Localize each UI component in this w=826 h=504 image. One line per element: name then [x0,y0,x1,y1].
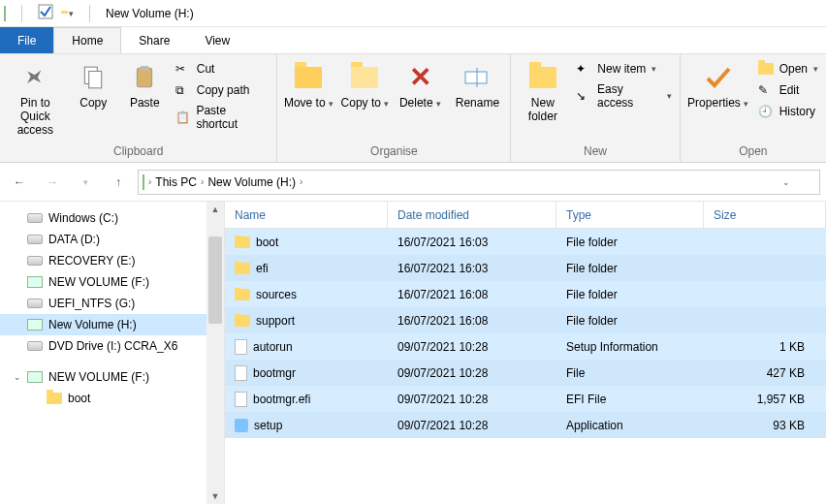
pin-to-quick-access-button[interactable]: Pin to Quick access [6,58,65,137]
paste-icon [129,62,160,93]
rename-button[interactable]: Rename [450,58,504,110]
tree-item-label: NEW VOLUME (F:) [48,370,149,384]
delete-button[interactable]: ✕ Delete ▾ [396,58,444,110]
copy-path-button[interactable]: ⧉ Copy path [174,81,271,99]
tree-item[interactable]: DVD Drive (I:) CCRA_X6 [0,335,206,357]
scrollbar-thumb[interactable] [208,236,222,324]
file-size: 93 KB [704,419,826,432]
file-date: 09/07/2021 10:28 [388,419,556,432]
table-row[interactable]: boot16/07/2021 16:03File folder [225,229,826,255]
new-item-button[interactable]: ✦ New item ▾ [574,60,673,78]
rename-icon [461,62,492,93]
tree-item[interactable]: UEFI_NTFS (G:) [0,293,206,314]
nav-recent[interactable]: ▾ [72,169,99,196]
copy-to-icon [349,62,380,93]
file-type: Setup Information [556,340,704,354]
group-organise: Move to ▾ Copy to ▾ ✕ Delete ▾ Rename Or… [277,54,511,162]
col-type[interactable]: Type [556,202,704,228]
col-name[interactable]: Name [225,202,388,228]
nav-forward[interactable]: → [39,169,66,196]
table-row[interactable]: setup09/07/2021 10:28Application93 KB [225,412,826,438]
file-size: 427 KB [704,366,826,380]
disk-icon [27,341,43,351]
edit-button[interactable]: ✎ Edit [756,81,820,99]
qat-checkbox[interactable] [38,4,53,22]
crumb-current[interactable]: New Volume (H:)› [207,175,302,189]
folder-icon [235,289,250,300]
drive-icon [27,371,43,383]
paste-button[interactable]: Paste [122,58,168,110]
tree-item[interactable]: DATA (D:) [0,229,206,250]
tab-file[interactable]: File [0,27,53,53]
nav-row: ← → ▾ ↑ › This PC› New Volume (H:)› ⌄ [0,163,826,202]
file-icon [235,365,247,381]
table-row[interactable]: sources16/07/2021 16:08File folder [225,281,826,307]
file-date: 16/07/2021 16:08 [388,288,556,301]
disk-icon [27,299,43,308]
folder-icon [235,236,250,248]
tree-item-label: New Volume (H:) [48,318,137,331]
tree-item-label: DVD Drive (I:) CCRA_X6 [48,339,177,353]
tab-share[interactable]: Share [121,27,187,53]
paste-shortcut-button[interactable]: 📋 Paste shortcut [174,103,271,132]
open-icon [758,61,774,77]
tree-item-label: NEW VOLUME (F:) [48,275,149,289]
pin-icon [14,55,57,99]
tree-item[interactable]: RECOVERY (E:) [0,250,206,271]
open-button[interactable]: Open ▾ [756,60,820,78]
nav-tree: Windows (C:)DATA (D:)RECOVERY (E:)NEW VO… [0,202,225,504]
file-date: 16/07/2021 16:03 [388,262,556,275]
history-button[interactable]: 🕘 History [756,103,820,120]
tab-home[interactable]: Home [53,27,121,53]
folder-icon [235,263,250,274]
move-to-button[interactable]: Move to ▾ [283,58,334,110]
paste-label: Paste [130,97,160,110]
address-drive-icon [143,175,144,189]
table-row[interactable]: bootmgr09/07/2021 10:28File427 KB [225,360,826,386]
tree-item-label: UEFI_NTFS (G:) [48,297,135,310]
col-size[interactable]: Size [704,202,826,228]
title-bar: ▾ New Volume (H:) [0,0,826,27]
table-row[interactable]: efi16/07/2021 16:03File folder [225,255,826,281]
tree-item[interactable]: Windows (C:) [0,207,206,229]
svg-rect-5 [465,72,487,83]
main: Windows (C:)DATA (D:)RECOVERY (E:)NEW VO… [0,202,826,504]
properties-button[interactable]: Properties ▾ [686,58,750,110]
easy-access-button[interactable]: ↘ Easy access ▾ [574,81,673,110]
easy-access-icon: ↘ [576,88,591,104]
nav-up[interactable]: ↑ [105,169,132,196]
crumb-this-pc[interactable]: This PC› [155,175,204,189]
file-name: autorun [253,340,293,354]
cut-button[interactable]: ✂ Cut [174,60,271,78]
copy-to-button[interactable]: Copy to ▾ [339,58,390,110]
file-name: setup [254,419,282,432]
table-row[interactable]: support16/07/2021 16:08File folder [225,307,826,333]
tree-scrollbar[interactable]: ▲ ▼ [206,202,224,504]
organise-group-label: Organise [283,142,504,162]
tree-item[interactable]: NEW VOLUME (F:) [0,271,206,293]
svg-rect-4 [141,66,149,70]
file-date: 09/07/2021 10:28 [388,366,556,380]
file-date: 09/07/2021 10:28 [388,340,556,354]
file-type: File folder [556,288,704,301]
group-clipboard: Pin to Quick access Copy Paste ✂ Cut [0,54,277,162]
qat-dropdown[interactable]: ▾ [69,9,74,18]
nav-back[interactable]: ← [6,169,33,196]
new-item-icon: ✦ [576,61,591,77]
new-folder-button[interactable]: New folder [517,58,568,124]
tab-view[interactable]: View [187,27,247,53]
file-date: 16/07/2021 16:08 [388,314,556,328]
table-row[interactable]: autorun09/07/2021 10:28Setup Information… [225,333,826,360]
col-date[interactable]: Date modified [388,202,556,228]
new-group-label: New [517,142,673,162]
tree-item[interactable]: New Volume (H:) [0,314,206,335]
tree-item[interactable]: ⌄NEW VOLUME (F:) [0,366,206,388]
address-bar[interactable]: › This PC› New Volume (H:)› ⌄ [138,170,820,195]
file-type: File [556,366,704,380]
address-dropdown[interactable]: ⌄ [782,177,790,187]
tree-item[interactable]: boot [0,388,206,409]
pin-label: Pin to Quick access [6,97,65,137]
copy-button[interactable]: Copy [71,58,116,110]
table-row[interactable]: bootmgr.efi09/07/2021 10:28EFI File1,957… [225,386,826,412]
history-icon: 🕘 [758,104,774,119]
